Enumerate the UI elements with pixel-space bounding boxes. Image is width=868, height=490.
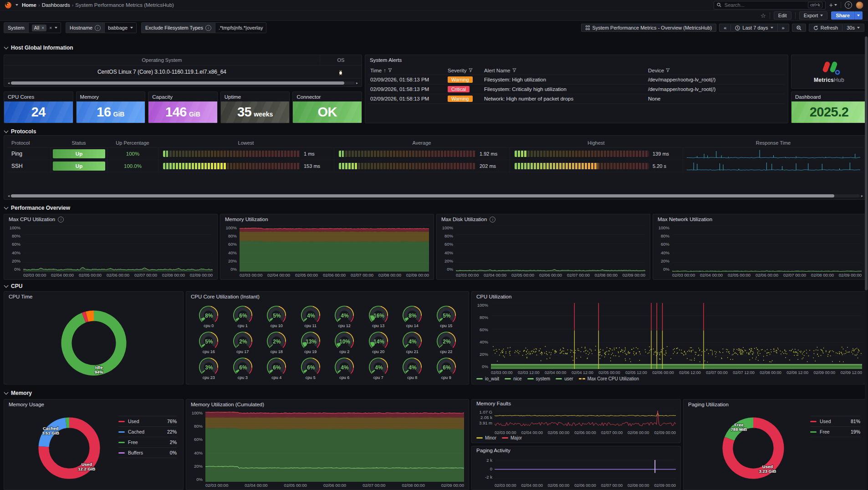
section-protocols[interactable]: Protocols (5, 128, 36, 135)
clear-all-icon[interactable]: × (49, 25, 52, 30)
time-shift-back-button[interactable]: « (719, 24, 731, 32)
panel-title[interactable]: Memory Usage (4, 399, 183, 409)
share-button[interactable]: Share (831, 11, 854, 20)
org-switcher-caret-icon[interactable] (15, 4, 18, 6)
cpu-core-gauge: 6%cpu 3 (226, 355, 260, 381)
alerts-column-header[interactable]: Device (648, 68, 785, 73)
panel-title[interactable]: Max CPU Utilizationi (4, 214, 217, 224)
panel-title[interactable]: CPU Time (4, 292, 183, 302)
os-column-header[interactable]: Operating System (4, 57, 320, 63)
legend-item[interactable]: user (556, 376, 573, 381)
stat-title[interactable]: Capacity (148, 92, 217, 101)
panel-title[interactable]: Paging Activity (472, 446, 680, 455)
filter-hostname[interactable]: Hostname i babbage (66, 22, 137, 33)
filter-icon[interactable] (666, 68, 670, 72)
refresh-interval-picker[interactable]: 30s (842, 24, 864, 32)
legend-item[interactable]: Max Core CPU Utilization (579, 376, 639, 381)
protocols-column-header[interactable]: Highest (510, 140, 683, 146)
filter-system[interactable]: System All × × (4, 22, 61, 33)
panel-title[interactable]: Paging Utilization (684, 399, 867, 409)
alerts-column-header[interactable]: Alert Name (484, 68, 648, 73)
chip-close-icon[interactable]: × (41, 25, 44, 30)
legend-row[interactable]: Used81% (810, 416, 860, 427)
filter-system-caret-icon[interactable] (55, 27, 57, 29)
edit-button[interactable]: Edit (774, 11, 791, 20)
horizontal-scrollbar[interactable]: ◂ ▸ (8, 194, 863, 198)
panel-title[interactable]: Memory Utilization (Cumulated) (186, 399, 469, 409)
zoom-out-button[interactable] (792, 24, 806, 32)
favorite-star-icon[interactable]: ☆ (761, 13, 766, 19)
user-avatar[interactable] (856, 1, 863, 9)
scroll-left-icon[interactable]: ◂ (8, 194, 10, 198)
legend-row[interactable]: Cached22% (118, 427, 177, 437)
protocols-column-header[interactable]: Average (334, 140, 510, 146)
memory-cumulated-chart (205, 410, 464, 482)
stat-title[interactable]: Connector (293, 92, 362, 101)
legend-row[interactable]: Buffers0% (118, 448, 177, 458)
time-shift-forward-button[interactable]: » (778, 24, 789, 32)
protocols-column-header[interactable]: Response Time (683, 140, 864, 146)
refresh-button[interactable]: Refresh (809, 24, 843, 32)
search-input[interactable]: ctrl+k (714, 1, 826, 10)
grafana-logo[interactable] (5, 1, 12, 9)
breadcrumb-item[interactable]: System Performance Metrics (MetricsHub) (75, 2, 174, 8)
panel-title[interactable]: CPU Core Utilization (Instant) (186, 292, 469, 302)
alerts-column-header[interactable]: Time↑ (370, 68, 448, 73)
panel-title[interactable]: CPU Utilization (472, 292, 867, 302)
scroll-right-icon[interactable]: ▸ (861, 194, 863, 198)
linked-dashboard-button[interactable]: System Performance Metrics - Overview (M… (581, 24, 716, 32)
filter-system-chip[interactable]: All × (32, 25, 47, 31)
scroll-left-icon[interactable]: ◂ (8, 81, 10, 85)
filter-icon[interactable] (469, 68, 473, 72)
section-cpu[interactable]: CPU (5, 283, 22, 289)
horizontal-scrollbar[interactable]: ◂ ▸ (8, 81, 358, 85)
export-button[interactable]: Export (799, 11, 828, 20)
share-caret-button[interactable] (854, 11, 863, 20)
protocols-column-header[interactable]: Lowest (158, 140, 334, 146)
time-range-picker[interactable]: Last 7 days (731, 24, 777, 32)
panel-title[interactable]: Memory Utilization (220, 214, 434, 224)
legend-name: Used (128, 419, 164, 424)
legend-item[interactable]: nice (505, 376, 521, 381)
legend-item[interactable]: Minor (476, 435, 496, 440)
legend-item[interactable]: io_wait (476, 376, 499, 381)
legend-row[interactable]: Free19% (810, 427, 860, 437)
panel-title[interactable]: Max Disk Utilizationi (437, 214, 650, 224)
protocols-column-header[interactable]: Status (51, 140, 107, 146)
filter-exclude-fs[interactable]: Exclude Filesystem Types i .*tmpfs|nfs.*… (141, 22, 266, 33)
os-icon-column-header[interactable]: OS (320, 55, 362, 65)
add-new-button[interactable]: + (829, 2, 837, 8)
section-performance-overview[interactable]: Performance Overview (5, 205, 70, 211)
legend-row[interactable]: Used76% (118, 416, 177, 427)
legend-item[interactable]: system (527, 376, 551, 381)
page-scrollbar[interactable] (865, 36, 868, 490)
filter-icon[interactable] (388, 68, 392, 72)
scroll-right-icon[interactable]: ▸ (356, 81, 358, 85)
panel-title[interactable]: Max Network Utilization (653, 214, 866, 224)
breadcrumb-item[interactable]: Home (22, 2, 36, 8)
metricshub-logo-icon (815, 61, 844, 76)
stat-title[interactable]: CPU Cores (4, 92, 73, 101)
info-icon[interactable]: i (58, 217, 64, 222)
panel-title[interactable]: Memory Faults (472, 399, 680, 408)
alerts-column-header[interactable]: Severity (448, 68, 484, 73)
info-icon[interactable]: i (490, 217, 495, 222)
legend-item[interactable]: Major (502, 435, 522, 440)
help-icon[interactable]: ? (845, 1, 852, 9)
breadcrumb-item[interactable]: Dashboards (42, 2, 70, 8)
filter-exclude-fs-value[interactable]: .*tmpfs|nfs.*|overlay (215, 23, 266, 33)
section-memory[interactable]: Memory (5, 390, 32, 396)
stat-title[interactable]: Uptime (221, 92, 290, 101)
filter-hostname-caret-icon[interactable] (130, 27, 133, 29)
axis-tick-label: 40% (194, 450, 203, 455)
section-host-global-information[interactable]: Host Global Information (5, 45, 73, 51)
filter-icon[interactable] (512, 68, 516, 72)
panel-title-system-alerts[interactable]: System Alerts (365, 55, 788, 65)
filter-hostname-value[interactable]: babbage (108, 25, 128, 30)
protocols-column-header[interactable]: Protocol (7, 140, 51, 146)
search-field[interactable] (724, 2, 806, 8)
panel-title-dashboard[interactable]: Dashboard (791, 92, 867, 101)
legend-row[interactable]: Free2% (118, 437, 177, 448)
protocols-column-header[interactable]: Up Percentage (107, 140, 158, 146)
stat-title[interactable]: Memory (77, 92, 145, 101)
